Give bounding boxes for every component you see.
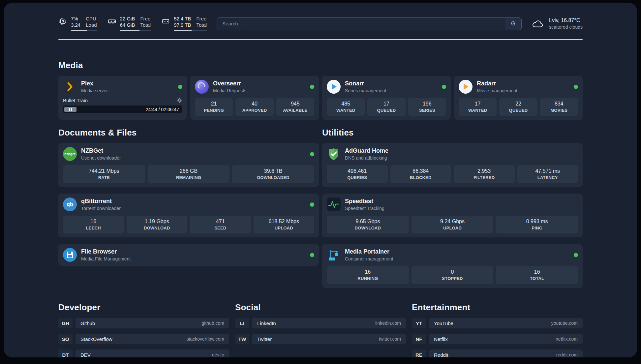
nzbget-title: NZBGet xyxy=(81,147,306,154)
adguard-icon[interactable] xyxy=(327,147,341,161)
section-heading-developer: Developer xyxy=(58,302,229,313)
sonarr-card[interactable]: Sonarr Series management 485 WANTED 17 Q… xyxy=(322,76,451,120)
nzbget-icon[interactable]: nzbget xyxy=(63,147,77,161)
topbar: 7% 3.24 CPU Load xyxy=(58,16,583,31)
cpu-load-label: Load xyxy=(86,22,97,28)
status-dot xyxy=(574,85,578,89)
adguard-subtitle: DNS and adblocking xyxy=(345,155,578,161)
stat-tile: 40 APPROVED xyxy=(235,98,273,116)
cpu-progress-bar xyxy=(71,30,97,31)
playback-time: 24:44 / 02:06:47 xyxy=(146,107,179,112)
cpu-icon xyxy=(58,17,67,26)
qbittorrent-subtitle: Torrent downloader xyxy=(81,206,306,211)
speedtest-title: Speedtest xyxy=(345,198,578,205)
radarr-title: Radarr xyxy=(477,80,569,87)
cpu-progress-fill xyxy=(71,30,87,31)
disk-widget: 52.4 TB 97.9 TB Free Total xyxy=(161,16,207,31)
ram-free-label: Free xyxy=(140,16,151,21)
ram-widget: 22 GiB 64 GiB Free Total xyxy=(107,16,151,31)
stat-tile: 16 TOTAL xyxy=(496,266,578,284)
nzbget-subtitle: Usenet downloader xyxy=(81,155,306,161)
stat-tile: 266 GB REMAINING xyxy=(148,165,230,183)
pause-button[interactable] xyxy=(64,107,76,112)
section-heading-utilities: Utilities xyxy=(322,128,583,138)
plex-icon[interactable] xyxy=(63,80,77,94)
playback-progress-track[interactable]: 24:44 / 02:06:47 xyxy=(63,106,182,113)
bookmark-youtube[interactable]: YT YouTube youtube.com xyxy=(412,318,583,328)
gear-icon[interactable] xyxy=(176,97,182,103)
overseerr-card[interactable]: Overseerr Media Requests 21 PENDING 40 A… xyxy=(190,76,319,120)
portainer-icon[interactable] xyxy=(327,248,341,262)
portainer-card[interactable]: Media Portainer Container management 16 … xyxy=(322,244,583,288)
stat-tile: 498,461 QUERIES xyxy=(327,165,388,183)
ram-total-value: 64 GiB xyxy=(120,22,135,28)
portainer-title: Media Portainer xyxy=(345,248,569,255)
speedtest-card[interactable]: Speedtest Speedtest Tracking 9.65 Gbps D… xyxy=(322,194,583,237)
ram-icon xyxy=(107,17,116,26)
stat-tile: 196 SERIES xyxy=(408,98,446,116)
stat-tile: 39.6 TB DOWNLOADED xyxy=(232,165,314,183)
disk-icon xyxy=(161,17,170,26)
search-bar: G xyxy=(217,17,522,30)
search-engine-button[interactable]: G xyxy=(505,18,521,30)
topbar-divider xyxy=(58,39,583,40)
ram-progress-fill xyxy=(120,30,140,31)
hardware-widgets: 7% 3.24 CPU Load xyxy=(58,16,207,31)
stat-tile: 618.52 Mbps UPLOAD xyxy=(254,216,315,233)
search-input[interactable] xyxy=(217,18,505,30)
stat-tile: 0 STOPPED xyxy=(412,266,494,284)
ram-free-value: 22 GiB xyxy=(120,16,135,21)
qbittorrent-title: qBittorrent xyxy=(81,198,306,205)
stat-tile: 9.24 Gbps UPLOAD xyxy=(412,216,494,233)
status-dot xyxy=(178,85,182,89)
cpu-label: CPU xyxy=(86,16,97,21)
filebrowser-card[interactable]: File Browser Media File Management xyxy=(58,244,319,266)
utilities-column: Utilities xyxy=(322,128,583,288)
radarr-icon[interactable] xyxy=(459,80,473,94)
adguard-card[interactable]: AdGuard Home DNS and adblocking 498,461 … xyxy=(322,143,583,187)
stat-tile: 834 MOVIES xyxy=(540,98,578,116)
disk-progress-bar xyxy=(174,30,207,31)
bookmark-reddit[interactable]: RE Reddit reddit.com xyxy=(412,349,583,357)
stat-tile: 16 LEECH xyxy=(63,216,124,233)
overseerr-icon[interactable] xyxy=(195,80,209,94)
disk-total-label: Total xyxy=(196,22,207,28)
sonarr-icon[interactable] xyxy=(327,80,341,94)
portainer-subtitle: Container management xyxy=(345,256,569,261)
status-dot xyxy=(310,152,314,156)
stat-tile: 744.21 Mbps RATE xyxy=(63,165,145,183)
disk-free-value: 52.4 TB xyxy=(174,16,191,21)
qbittorrent-card[interactable]: qb qBittorrent Torrent downloader 16 xyxy=(58,194,319,237)
disk-free-label: Free xyxy=(196,16,207,21)
bookmark-netflix[interactable]: NF Netflix netflix.com xyxy=(412,334,583,344)
stat-tile: 9.65 Gbps DOWNLOAD xyxy=(327,216,409,233)
cpu-widget: 7% 3.24 CPU Load xyxy=(58,16,97,31)
stat-tile: 16 RUNNING xyxy=(327,266,409,284)
bookmarks-developer: Developer GH Github github.com SO StackO… xyxy=(58,302,229,357)
stat-tile: 17 WANTED xyxy=(459,98,497,116)
filebrowser-icon[interactable] xyxy=(63,248,77,262)
plex-title: Plex xyxy=(81,80,174,87)
bookmark-stackoverflow[interactable]: SO StackOverflow stackoverflow.com xyxy=(58,334,229,344)
qbittorrent-icon[interactable]: qb xyxy=(63,197,77,211)
bookmark-twitter[interactable]: TW Twitter twitter.com xyxy=(235,334,406,344)
bookmark-dev[interactable]: DT DEV dev.to xyxy=(58,349,229,357)
plex-subtitle: Media server xyxy=(81,88,174,93)
radarr-card[interactable]: Radarr Movie management 17 WANTED 22 QUE… xyxy=(454,76,583,120)
disk-total-value: 97.9 TB xyxy=(174,22,191,28)
speedtest-icon[interactable] xyxy=(327,197,341,211)
weather-condition: scattered clouds xyxy=(549,24,583,30)
dashboard-content: 7% 3.24 CPU Load xyxy=(4,3,637,357)
nzbget-card[interactable]: nzbget NZBGet Usenet downloader 744.21 M… xyxy=(58,143,319,187)
bookmark-github[interactable]: GH Github github.com xyxy=(58,318,229,328)
cpu-load-value: 3.24 xyxy=(71,22,80,28)
plex-card[interactable]: Plex Media server Bullet Train 24:44 / 0… xyxy=(58,76,187,120)
documents-column: Documents & Files nzbget NZBGet Usenet d… xyxy=(58,128,319,288)
status-dot xyxy=(310,85,314,89)
now-playing-title: Bullet Train xyxy=(63,98,88,103)
status-dot xyxy=(310,202,314,207)
weather-widget: Lviv, 16.87°C scattered clouds xyxy=(532,17,583,30)
stat-tile: 2,953 FILTERED xyxy=(454,165,515,183)
bookmark-linkedin[interactable]: LI LinkedIn linkedin.com xyxy=(235,318,406,328)
radarr-subtitle: Movie management xyxy=(477,88,569,93)
